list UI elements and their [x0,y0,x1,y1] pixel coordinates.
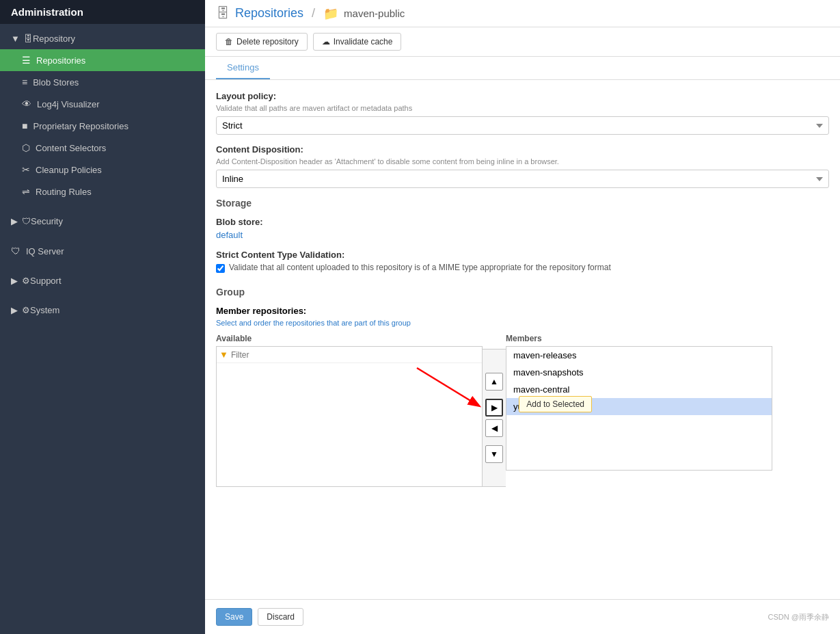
move-up-button[interactable]: ▲ [485,373,503,391]
sidebar-section-security: ▶ 🛡 Security [0,207,205,236]
filter-row: ▼ [217,347,482,363]
strict-checkbox[interactable] [216,264,225,273]
system-icon: ⚙ [22,305,30,315]
sidebar-item-cleanup-policies[interactable]: ✂ Cleanup Policies [0,159,205,181]
layout-policy-section: Layout policy: Validate that all paths a… [216,91,829,135]
security-icon: 🛡 [22,216,31,226]
storage-section: Storage Blob store: default Strict Conte… [216,198,829,273]
layout-policy-label: Layout policy: [216,91,829,101]
invalidate-cache-button[interactable]: ☁ Invalidate cache [313,33,402,51]
filter-input[interactable] [231,350,479,360]
member-item-maven-snapshots[interactable]: maven-snapshots [506,364,772,381]
support-icon: ⚙ [22,276,30,286]
delete-label: Delete repository [236,37,299,47]
sidebar-item-label-routing: Routing Rules [36,187,92,197]
chevron-right-security-icon: ▶ [11,216,18,226]
footer-buttons: Save Discard CSDN @雨季余静 [205,599,840,634]
cleanup-icon: ✂ [22,164,30,175]
transfer-buttons: ▲ ▶ [483,349,506,487]
footer-watermark: CSDN @雨季余静 [768,612,829,622]
sidebar-item-label-iq: IQ Server [26,246,64,256]
remove-from-selected-button[interactable]: ◀ [485,419,503,437]
members-label: Members [506,334,772,343]
repository-icon: 🗄 [24,34,33,44]
sidebar-item-log4j[interactable]: 👁 Log4j Visualizer [0,93,205,115]
sidebar-item-support[interactable]: ▶ ⚙ Support [0,270,205,291]
blob-store-link[interactable]: default [216,230,243,240]
sidebar-item-security[interactable]: ▶ 🛡 Security [0,211,205,232]
sidebar-item-label-blob-stores: Blob Stores [33,77,79,88]
add-to-selected-tooltip: Add to Selected [519,396,592,412]
breadcrumb-current: maven-public [344,8,405,19]
sidebar-title: Administration [11,6,83,18]
sidebar-item-repository[interactable]: ▼ 🗄 Repository [0,28,205,49]
blob-store-row: Blob store: default [216,217,829,240]
routing-icon: ⇌ [22,186,30,197]
sidebar-item-proprietary[interactable]: ■ Proprietary Repositories [0,115,205,137]
content-disposition-hint: Add Content-Disposition header as 'Attac… [216,157,829,166]
toolbar: 🗑 Delete repository ☁ Invalidate cache [205,27,840,57]
repositories-icon: ☰ [22,55,31,66]
sidebar-section-support: ▶ ⚙ Support [0,266,205,295]
layout-policy-select[interactable]: Strict Permissive [216,116,829,135]
strict-hint: Validate that all content uploaded to th… [229,263,611,272]
sidebar-item-label-repositories: Repositories [36,55,85,66]
sidebar-item-label-repository: Repository [33,34,75,44]
discard-button[interactable]: Discard [258,608,303,626]
content-disposition-select[interactable]: Inline Attachment [216,170,829,188]
sidebar-item-label-proprietary: Proprietary Repositories [33,121,128,131]
save-button[interactable]: Save [216,608,252,626]
sidebar-item-label-support: Support [30,276,62,286]
tabs: Settings [205,57,840,80]
available-list-panel: ▼ [216,346,483,487]
available-panel-container: Available ▼ [216,334,483,487]
sidebar-item-system[interactable]: ▶ ⚙ System [0,300,205,321]
blob-stores-icon: ≡ [22,77,27,88]
member-item-maven-releases[interactable]: maven-releases [506,347,772,364]
invalidate-icon: ☁ [322,37,330,47]
invalidate-label: Invalidate cache [334,37,393,47]
strict-label: Strict Content Type Validation: [216,250,829,260]
member-repos-title: Member repositories: [216,306,829,316]
sidebar-item-repositories[interactable]: ☰ Repositories [0,49,205,71]
page-icon: 🗄 [216,5,230,21]
main-content: 🗄 Repositories / 📁 maven-public 🗑 Delete… [205,0,840,634]
sidebar-item-content-selectors[interactable]: ⬡ Content Selectors [0,137,205,159]
sidebar-item-routing-rules[interactable]: ⇌ Routing Rules [0,181,205,202]
content-disposition-label: Content Disposition: [216,144,829,155]
chevron-down-icon: ▼ [11,34,20,44]
add-to-selected-button[interactable]: ▶ [485,399,503,417]
delete-icon: 🗑 [225,37,233,47]
chevron-right-support-icon: ▶ [11,276,18,286]
breadcrumb-separator: / [312,6,315,21]
add-button-container: ▶ Add to Selected [485,399,503,417]
page-title: Repositories [235,6,303,21]
available-label: Available [216,334,483,343]
iq-server-icon: 🛡 [11,246,21,256]
content-disposition-section: Content Disposition: Add Content-Disposi… [216,144,829,188]
footer-left: Save Discard [216,608,303,626]
sidebar-item-label-system: System [30,305,59,315]
sidebar-section-system: ▶ ⚙ System [0,295,205,325]
layout-policy-hint: Validate that all paths are maven artifa… [216,104,829,112]
sidebar-item-label-content-selectors: Content Selectors [36,143,106,153]
sidebar-item-label-log4j: Log4j Visualizer [37,99,100,109]
sidebar-item-iq-server[interactable]: 🛡 IQ Server [0,240,205,262]
tab-settings[interactable]: Settings [216,57,270,79]
blob-store-label: Blob store: [216,217,829,227]
sidebar: Administration ▼ 🗄 Repository ☰ Reposito… [0,0,205,634]
sidebar-item-blob-stores[interactable]: ≡ Blob Stores [0,71,205,93]
content-area: Layout policy: Validate that all paths a… [205,80,840,599]
move-down-button[interactable]: ▼ [485,445,503,463]
sidebar-header: Administration [0,0,205,24]
page-header: 🗄 Repositories / 📁 maven-public [205,0,840,27]
group-section: Group Member repositories: Select and or… [216,287,829,487]
sidebar-item-label-security: Security [31,216,63,226]
sidebar-item-label-cleanup: Cleanup Policies [36,165,102,175]
storage-section-title: Storage [216,198,829,209]
delete-repository-button[interactable]: 🗑 Delete repository [216,33,308,51]
member-repos-hint: Select and order the repositories that a… [216,319,829,327]
sidebar-section-repository: ▼ 🗄 Repository ☰ Repositories ≡ Blob Sto… [0,24,205,207]
transfer-widget: Available ▼ ▲ [216,334,829,487]
filter-icon: ▼ [219,349,228,360]
